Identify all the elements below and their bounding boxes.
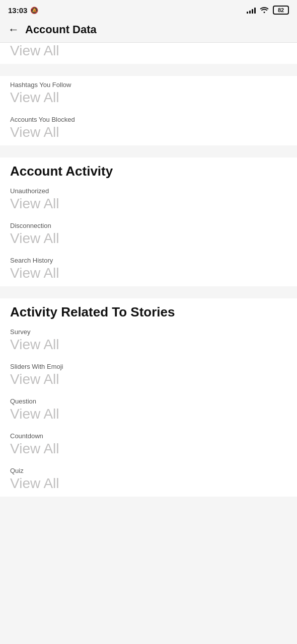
unauthorized-section: Unauthorized View All [0,182,297,217]
sliders-emoji-label: Sliders With Emoji [10,363,287,370]
page-header: ← Account Data [0,18,297,43]
bottom-padding [0,497,297,517]
status-time: 13:03 🔕 [8,6,38,15]
hashtags-section: Hashtags You Follow View All [0,76,297,111]
wifi-icon [260,6,269,15]
battery-icon: 82 [273,6,289,15]
activity-stories-title: Activity Related To Stories [10,304,287,320]
accounts-blocked-section: Accounts You Blocked View All [0,111,297,145]
hashtags-label: Hashtags You Follow [10,81,287,89]
question-section: Question View All [0,392,297,427]
status-bar: 13:03 🔕 82 [0,0,297,18]
accounts-blocked-view-all[interactable]: View All [10,124,287,140]
status-icons: 82 [247,6,289,15]
disconnection-section: Disconnection View All [0,217,297,252]
countdown-label: Countdown [10,432,287,440]
search-history-label: Search History [10,257,287,264]
battery-level: 82 [278,7,284,13]
account-activity-title: Account Activity [10,164,287,179]
search-history-view-all[interactable]: View All [10,265,287,281]
quiz-section: Quiz View All [0,462,297,497]
activity-stories-header: Activity Related To Stories [0,298,297,323]
disconnection-label: Disconnection [10,222,287,229]
back-button[interactable]: ← [8,23,19,36]
question-label: Question [10,397,287,405]
unauthorized-view-all[interactable]: View All [10,196,287,212]
divider-1 [0,64,297,76]
mute-icon: 🔕 [30,7,38,14]
sliders-emoji-view-all[interactable]: View All [10,371,287,387]
survey-section: Survey View All [0,323,297,358]
disconnection-view-all[interactable]: View All [10,230,287,247]
survey-label: Survey [10,328,287,336]
countdown-section: Countdown View All [0,427,297,462]
account-activity-header: Account Activity [0,157,297,182]
hashtags-view-all[interactable]: View All [10,90,287,106]
top-partial-section: View All [0,43,297,64]
divider-3 [0,286,297,298]
sliders-emoji-section: Sliders With Emoji View All [0,358,297,392]
quiz-view-all[interactable]: View All [10,475,287,492]
page-title: Account Data [25,23,97,36]
top-partial-view-all[interactable]: View All [10,43,287,59]
time-display: 13:03 [8,6,27,15]
survey-view-all[interactable]: View All [10,337,287,353]
accounts-blocked-label: Accounts You Blocked [10,116,287,123]
countdown-view-all[interactable]: View All [10,441,287,457]
quiz-label: Quiz [10,467,287,474]
question-view-all[interactable]: View All [10,406,287,422]
divider-2 [0,145,297,157]
signal-icon [247,7,256,14]
unauthorized-label: Unauthorized [10,187,287,195]
content-area: View All Hashtags You Follow View All Ac… [0,43,297,517]
search-history-section: Search History View All [0,252,297,286]
